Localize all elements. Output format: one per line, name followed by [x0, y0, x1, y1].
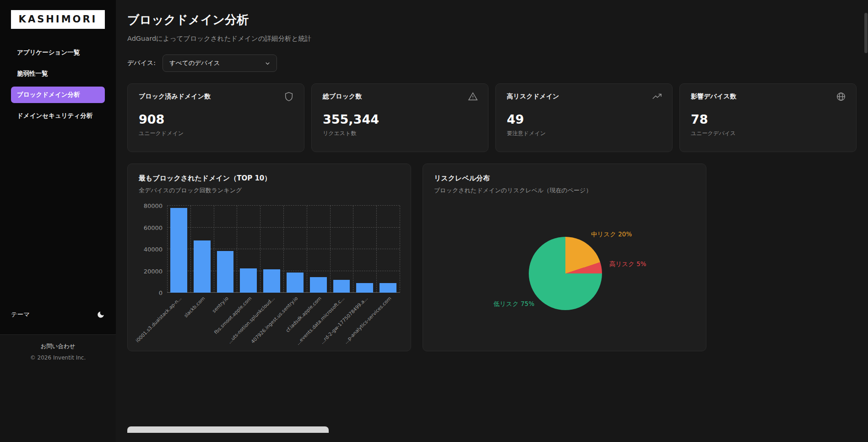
copyright-text: © 2026 Inventit Inc. [0, 355, 116, 361]
scrollbar[interactable] [864, 0, 868, 442]
pie-chart-title: リスクレベル分布 [434, 174, 695, 183]
stat-value: 355,344 [323, 112, 477, 126]
bar [380, 283, 396, 293]
stat-caption: ユニークデバイス [691, 130, 845, 137]
stat-value: 78 [691, 112, 845, 126]
stat-caption: ユニークドメイン [139, 130, 293, 137]
bar-chart-y-axis: 020000400006000080000 [139, 206, 167, 293]
stat-value: 49 [507, 112, 661, 126]
x-tick-label: i0001.s3.dualstack.ap-n... [135, 295, 183, 344]
theme-toggle[interactable]: テーマ [0, 311, 116, 319]
bar [240, 268, 257, 293]
page-title: ブロックドメイン分析 [127, 12, 857, 28]
charts-row: 最もブロックされたドメイン（TOP 10） 全デバイスのブロック回数ランキング … [127, 164, 857, 351]
x-tick-label: sentry.io [211, 295, 229, 314]
bar [333, 280, 350, 293]
v-gridline [400, 206, 400, 293]
x-tick-label: ...events.data.microsoft.c... [295, 295, 345, 346]
stat-title: ブロック済みドメイン数 [139, 93, 293, 101]
y-tick-label: 0 [159, 289, 163, 296]
device-select-value: すべてのデバイス [169, 59, 220, 67]
moon-icon[interactable] [97, 311, 105, 319]
stat-card-total-blocks: 総ブロック数 355,344 リクエスト数 [311, 83, 488, 152]
bar-chart-subtitle: 全デバイスのブロック回数ランキング [139, 186, 400, 195]
logo: KASHIMORI [11, 10, 105, 29]
x-tick-label: ...rd-2-gw-1775078499.a... [319, 295, 369, 345]
bar-series [167, 206, 400, 293]
x-tick-label: ...p-analytics-services.com [343, 295, 392, 345]
bar-chart-title: 最もブロックされたドメイン（TOP 10） [139, 174, 400, 183]
shield-icon [284, 92, 294, 104]
pie-label: 低リスク 75% [494, 300, 534, 308]
device-select[interactable]: すべてのデバイス [163, 55, 277, 72]
bar [217, 251, 234, 293]
x-tick-label: slackb.com [183, 295, 206, 318]
y-tick-label: 60000 [144, 224, 163, 231]
pie-chart-subtitle: ブロックされたドメインのリスクレベル（現在のページ） [434, 186, 695, 195]
globe-icon [836, 92, 846, 104]
sidebar-item-vulnerabilities[interactable]: 脆弱性一覧 [11, 65, 105, 82]
bar-chart-plot [167, 206, 400, 293]
contact-link[interactable]: お問い合わせ [0, 343, 116, 350]
trending-up-icon [652, 92, 662, 104]
app-window: KASHIMORI アプリケーション一覧 脆弱性一覧 ブロックドメイン分析 ドメ… [0, 0, 868, 442]
pie-chart [529, 237, 602, 310]
bar [356, 283, 373, 293]
next-section-peek [127, 426, 329, 433]
stat-title: 高リスクドメイン [507, 93, 661, 101]
stat-title: 影響デバイス数 [691, 93, 845, 101]
bar [263, 269, 280, 293]
sidebar-item-blocked-domains[interactable]: ブロックドメイン分析 [11, 87, 105, 103]
stat-value: 908 [139, 112, 293, 126]
stat-card-affected-devices: 影響デバイス数 78 ユニークデバイス [679, 83, 857, 152]
risk-level-card: リスクレベル分布 ブロックされたドメインのリスクレベル（現在のページ） 中リスク… [423, 164, 706, 351]
sidebar-item-domain-security[interactable]: ドメインセキュリティ分析 [11, 108, 105, 124]
stat-card-blocked-domains: ブロック済みドメイン数 908 ユニークドメイン [127, 83, 304, 152]
main-content: ブロックドメイン分析 AdGuardによってブロックされたドメインの詳細分析と統… [116, 0, 868, 442]
stat-caption: リクエスト数 [323, 130, 477, 137]
pie-area: 中リスク 20%高リスク 5%低リスク 75% [434, 198, 695, 336]
stat-card-high-risk: 高リスクドメイン 49 要注意ドメイン [495, 83, 673, 152]
bar [194, 240, 211, 293]
y-tick-label: 20000 [144, 267, 163, 274]
scrollbar-thumb[interactable] [864, 13, 868, 53]
filter-row: デバイス: すべてのデバイス [127, 55, 857, 72]
pie-label: 高リスク 5% [609, 260, 646, 268]
bar-chart-x-labels: i0001.s3.dualstack.ap-n...slackb.comsent… [167, 293, 400, 351]
warning-icon [468, 92, 478, 104]
x-tick-label: 407926.ingest.us.sentry.io [250, 295, 299, 344]
y-tick-label: 80000 [144, 202, 163, 209]
bar [287, 273, 304, 293]
pie-label: 中リスク 20% [591, 230, 632, 239]
sidebar-footer: お問い合わせ © 2026 Inventit Inc. [0, 334, 116, 442]
stat-caption: 要注意ドメイン [507, 130, 661, 137]
sidebar-nav: アプリケーション一覧 脆弱性一覧 ブロックドメイン分析 ドメインセキュリティ分析 [11, 44, 105, 124]
chevron-down-icon [264, 60, 271, 67]
stat-title: 総ブロック数 [323, 93, 477, 101]
device-filter-label: デバイス: [127, 59, 156, 67]
sidebar-item-applications[interactable]: アプリケーション一覧 [11, 44, 105, 61]
stats-row: ブロック済みドメイン数 908 ユニークドメイン 総ブロック数 355,344 [127, 83, 857, 152]
bar [310, 277, 327, 293]
bar-chart: 020000400006000080000 [139, 206, 400, 293]
page-subtitle: AdGuardによってブロックされたドメインの詳細分析と統計 [127, 34, 857, 43]
bar [170, 208, 187, 293]
sidebar-bottom: テーマ お問い合わせ © 2026 Inventit Inc. [0, 311, 116, 442]
theme-label: テーマ [11, 311, 30, 319]
top-blocked-domains-card: 最もブロックされたドメイン（TOP 10） 全デバイスのブロック回数ランキング … [127, 164, 411, 351]
y-tick-label: 40000 [144, 246, 163, 253]
x-tick-label: ...uts-notion.splunkcloud... [227, 295, 276, 344]
sidebar: KASHIMORI アプリケーション一覧 脆弱性一覧 ブロックドメイン分析 ドメ… [0, 0, 116, 442]
